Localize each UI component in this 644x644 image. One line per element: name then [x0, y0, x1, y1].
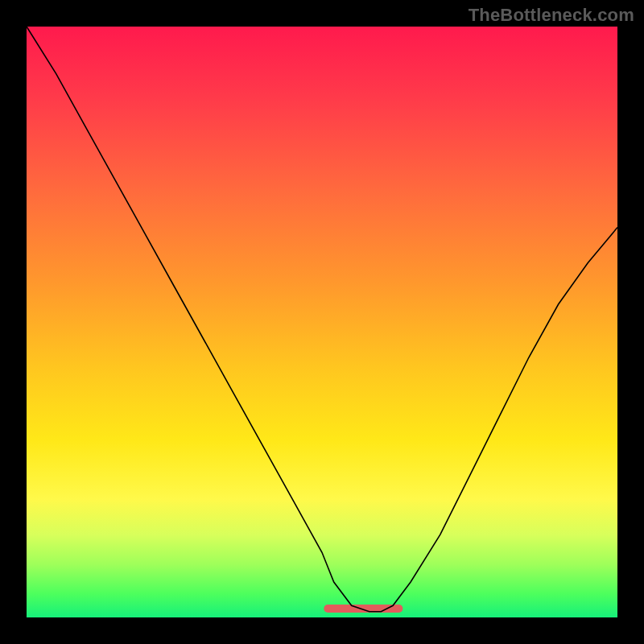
curve-svg: [27, 27, 617, 617]
watermark-text: TheBottleneck.com: [469, 5, 634, 26]
plot-area: [27, 27, 617, 617]
bottleneck-curve: [27, 27, 617, 612]
chart-frame: TheBottleneck.com: [0, 0, 644, 644]
